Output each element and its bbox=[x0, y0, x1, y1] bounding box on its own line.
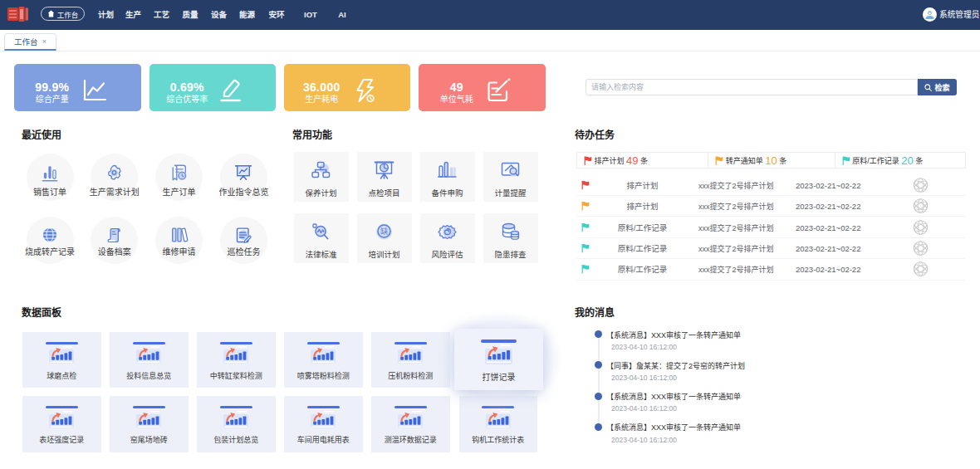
svg-text:缺: 缺 bbox=[380, 226, 388, 237]
